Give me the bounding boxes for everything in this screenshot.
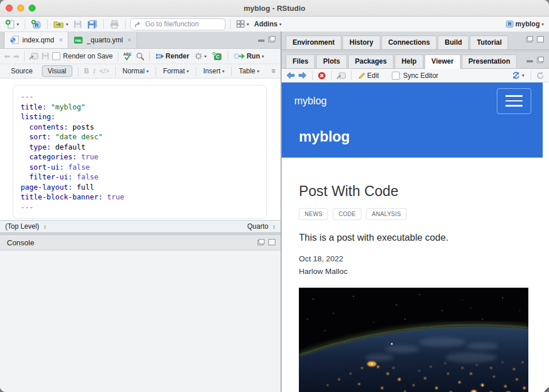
project-selector[interactable]: R myblog ▾ <box>504 19 545 29</box>
close-tab-icon[interactable]: × <box>127 36 131 44</box>
maximize-pane-icon[interactable] <box>537 36 544 42</box>
insert-chunk-button[interactable]: C <box>211 51 223 61</box>
run-button[interactable]: Run ▾ <box>233 52 265 61</box>
code-line[interactable]: contents: posts <box>21 122 259 132</box>
save-button[interactable] <box>72 19 83 29</box>
new-file-button[interactable]: ▾ <box>4 19 20 30</box>
tab-plots[interactable]: Plots <box>316 54 346 68</box>
code-line[interactable]: title-block-banner: true <box>21 192 259 202</box>
minimize-pane-icon[interactable] <box>527 60 533 62</box>
visual-mode-button[interactable]: Visual <box>42 65 72 77</box>
save-icon <box>73 20 82 29</box>
code-line[interactable]: --- <box>21 202 259 213</box>
yaml-metadata-block[interactable]: ---title: "myblog"listing: contents: pos… <box>13 85 267 219</box>
earth-night-photo[interactable] <box>299 288 528 392</box>
new-file-caret-icon: ▾ <box>17 22 19 27</box>
new-project-button[interactable]: R <box>30 19 42 30</box>
edit-button[interactable]: Edit <box>357 71 380 80</box>
tab-label: index.qmd <box>22 36 54 44</box>
open-file-button[interactable]: ▾ <box>52 19 69 29</box>
bold-button[interactable]: B <box>84 67 89 75</box>
code-line[interactable]: filter-ui: false <box>21 172 259 182</box>
source-mode-button[interactable]: Source <box>6 66 38 76</box>
tab-tutorial[interactable]: Tutorial <box>470 36 508 49</box>
spellcheck-icon[interactable]: ABC <box>123 52 133 61</box>
tab-index-qmd[interactable]: index.qmd × <box>4 32 68 48</box>
render-options-button[interactable]: ▾ <box>193 52 208 61</box>
render-on-save-checkbox[interactable] <box>52 52 60 60</box>
render-label: Render <box>166 52 189 60</box>
render-button[interactable]: Render <box>154 52 190 61</box>
minimize-pane-icon[interactable] <box>258 40 264 42</box>
window-resize-grip[interactable] <box>544 387 549 392</box>
viewer-back-icon[interactable] <box>286 72 295 79</box>
tab-packages[interactable]: Packages <box>348 54 394 68</box>
back-icon[interactable]: ⬅ <box>4 52 10 61</box>
refresh-icon[interactable] <box>536 72 544 80</box>
category-badge[interactable]: ANALYSIS <box>366 208 407 220</box>
stop-icon[interactable] <box>318 72 326 80</box>
tab-connections[interactable]: Connections <box>381 36 437 49</box>
print-button[interactable] <box>108 19 120 29</box>
tab-build[interactable]: Build <box>438 36 469 49</box>
insert-menu[interactable]: Insert ▾ <box>202 66 225 76</box>
code-line[interactable]: sort-ui: false <box>21 162 259 173</box>
code-line[interactable]: --- <box>21 92 259 102</box>
outline-icon[interactable]: ≡ <box>271 67 275 75</box>
restore-pane-icon[interactable] <box>537 57 544 63</box>
window-title: myblog - RStudio <box>0 4 549 13</box>
sync-editor-checkbox[interactable] <box>392 72 400 80</box>
edit-label: Edit <box>367 72 379 80</box>
tab-viewer[interactable]: Viewer <box>425 54 460 69</box>
category-badge[interactable]: NEWS <box>299 208 328 220</box>
console-body[interactable] <box>0 250 281 392</box>
tab-files[interactable]: Files <box>286 54 315 68</box>
category-badge[interactable]: CODE <box>333 208 361 220</box>
restore-pane-icon[interactable] <box>268 36 275 42</box>
close-tab-icon[interactable]: × <box>59 36 63 44</box>
code-format-button[interactable]: </> <box>99 67 109 75</box>
maximize-pane-icon[interactable] <box>268 239 275 245</box>
forward-icon[interactable]: ➡ <box>13 52 20 61</box>
scope-selector[interactable]: (Top Level) ↕ <box>5 222 46 230</box>
code-line[interactable]: sort: "date desc" <box>21 132 259 142</box>
console-header[interactable]: Console <box>0 234 281 250</box>
open-in-window-icon[interactable] <box>29 52 38 60</box>
tab-quarto-yml[interactable]: YML _quarto.yml × <box>68 32 137 48</box>
paragraph-style-label: Normal <box>123 67 145 75</box>
save-all-button[interactable] <box>86 19 99 29</box>
find-icon[interactable] <box>136 52 145 61</box>
goto-file-input[interactable]: Go to file/function <box>130 18 225 30</box>
code-line[interactable]: type: default <box>21 142 259 152</box>
post-title-link[interactable]: Post With Code <box>299 183 528 199</box>
workspace: index.qmd × YML _quarto.yml × ⬅ <box>0 32 549 392</box>
restore-pane-icon[interactable] <box>526 36 533 42</box>
tab-history[interactable]: History <box>342 36 380 49</box>
paragraph-style-dropdown[interactable]: Normal ▾ <box>122 66 150 76</box>
italic-button[interactable]: I <box>93 67 95 76</box>
editor-canvas[interactable]: ---title: "myblog"listing: contents: pos… <box>0 79 281 220</box>
tab-presentation[interactable]: Presentation <box>462 54 517 68</box>
render-icon <box>155 53 165 60</box>
pane-layout-button[interactable]: ▾ <box>235 19 250 29</box>
viewer-forward-icon[interactable] <box>298 72 307 79</box>
code-line[interactable]: categories: true <box>21 152 259 162</box>
hamburger-menu-button[interactable] <box>497 88 531 114</box>
restore-pane-icon[interactable] <box>258 239 264 245</box>
blog-brand-link[interactable]: myblog <box>294 95 326 107</box>
table-menu[interactable]: Table ▾ <box>237 66 260 76</box>
code-line[interactable]: listing: <box>21 112 259 122</box>
save-icon[interactable] <box>41 52 49 60</box>
render-options-caret-icon: ▾ <box>204 54 207 59</box>
code-line[interactable]: page-layout: full <box>21 182 259 193</box>
sync-viewer-button[interactable]: ▾ <box>511 71 525 80</box>
code-line[interactable]: title: "myblog" <box>21 102 259 112</box>
addins-button[interactable]: Addins ▾ <box>253 19 283 29</box>
tab-environment[interactable]: Environment <box>286 36 341 49</box>
format-menu[interactable]: Format ▾ <box>162 66 190 76</box>
language-mode-selector[interactable]: Quarto ↕ <box>247 222 275 230</box>
viewer-webpage[interactable]: myblog myblog Post With Code NEWSCODEANA… <box>282 83 549 392</box>
open-in-browser-icon[interactable] <box>337 72 346 80</box>
tab-help[interactable]: Help <box>395 54 423 68</box>
post-description: This is a post with executable code. <box>299 232 528 243</box>
